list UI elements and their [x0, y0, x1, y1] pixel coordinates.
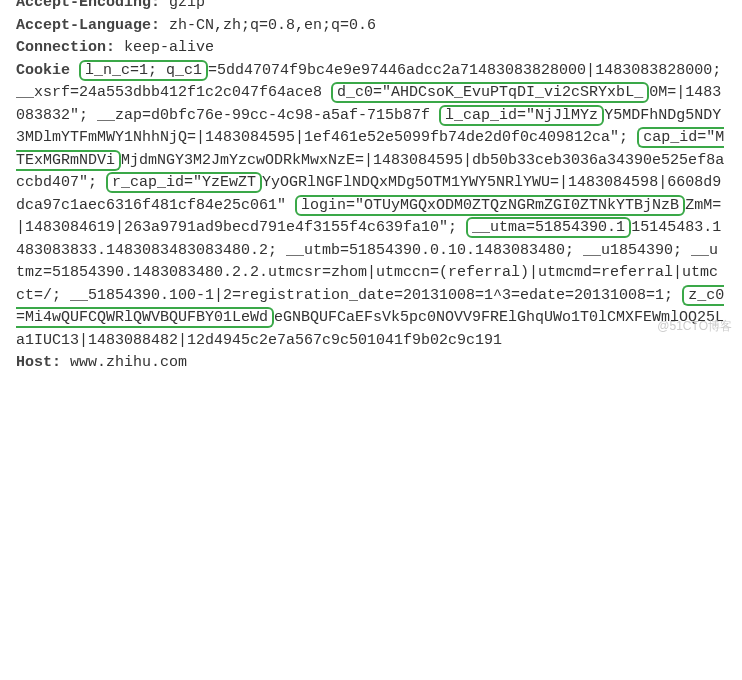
- header-value: gzip: [169, 0, 205, 11]
- highlight-login: login="OTUyMGQxODM0ZTQzNGRmZGI0ZTNkYTBjN…: [295, 195, 685, 216]
- highlight-lcapid: l_cap_id="NjJlMYz: [439, 105, 604, 126]
- header-label: Cookie: [16, 62, 70, 79]
- header-label: Connection:: [16, 39, 115, 56]
- header-value: zh-CN,zh;q=0.8,en;q=0.6: [169, 17, 376, 34]
- connection-header: Connection: keep-alive: [16, 37, 726, 60]
- header-value: www.zhihu.com: [70, 354, 187, 366]
- highlight-utma: __utma=51854390.1: [466, 217, 631, 238]
- header-label: Accept-Encoding:: [16, 0, 160, 11]
- header-label: Host:: [16, 354, 61, 366]
- header-label: Accept-Language:: [16, 17, 160, 34]
- header-value: keep-alive: [124, 39, 214, 56]
- host-header: Host: www.zhihu.com: [16, 352, 726, 366]
- accept-encoding-header: Accept-Encoding: gzip: [16, 0, 726, 15]
- accept-language-header: Accept-Language: zh-CN,zh;q=0.8,en;q=0.6: [16, 15, 726, 38]
- cookie-header: Cookie l_n_c=1; q_c1=5dd47074f9bc4e9e974…: [16, 60, 726, 353]
- highlight-rcapid: r_cap_id="YzEwZT: [106, 172, 262, 193]
- highlight-dc0: d_c0="AHDCsoK_EvuPTqDI_vi2cSRYxbL_: [331, 82, 649, 103]
- highlight-lnc-qc1: l_n_c=1; q_c1: [79, 60, 208, 81]
- watermark: @51CTO博客: [657, 317, 732, 335]
